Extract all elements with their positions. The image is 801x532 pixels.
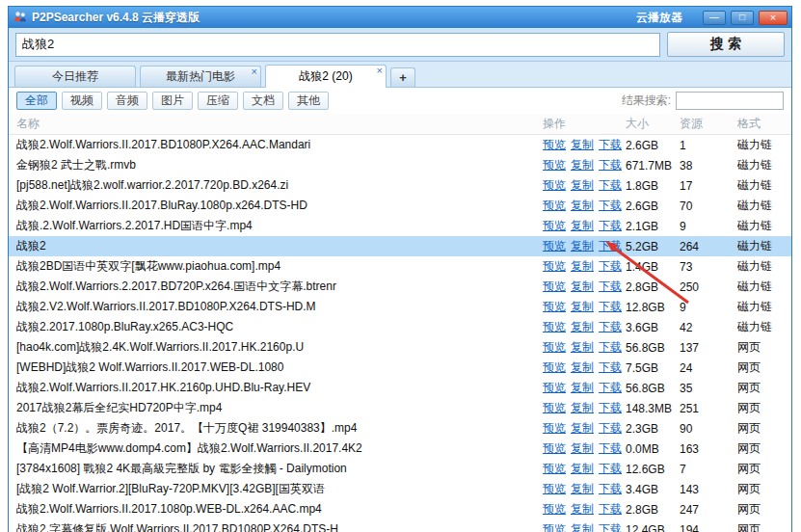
action-copy-link[interactable]: 复制 xyxy=(571,198,594,214)
tab-close-icon[interactable]: × xyxy=(377,66,383,76)
action-download-link[interactable]: 下载 xyxy=(599,440,622,457)
action-download-link[interactable]: 下载 xyxy=(599,400,622,416)
action-download-link[interactable]: 下载 xyxy=(599,238,622,254)
action-preview-link[interactable]: 预览 xyxy=(543,198,566,214)
header-action[interactable]: 操作 xyxy=(543,116,626,132)
filter-2-button[interactable]: 视频 xyxy=(62,92,102,110)
header-name[interactable]: 名称 xyxy=(16,116,543,132)
tab-1[interactable]: 今日推荐 xyxy=(14,66,136,87)
new-tab-button[interactable]: + xyxy=(390,67,415,87)
action-download-link[interactable]: 下载 xyxy=(599,359,622,376)
filter-5-button[interactable]: 压缩 xyxy=(198,92,238,110)
action-preview-link[interactable]: 预览 xyxy=(543,238,566,254)
search-input[interactable] xyxy=(15,33,660,57)
action-preview-link[interactable]: 预览 xyxy=(543,501,566,518)
action-preview-link[interactable]: 预览 xyxy=(543,218,566,234)
table-row[interactable]: 战狼2.2017.1080p.BluRay.x265.AC3-HQC预览复制下载… xyxy=(9,317,791,337)
close-button[interactable]: × xyxy=(759,11,788,25)
action-preview-link[interactable]: 预览 xyxy=(543,279,566,295)
table-row[interactable]: 战狼2.V2.Wolf.Warriors.II.2017.BD1080P.X26… xyxy=(9,297,791,317)
action-download-link[interactable]: 下载 xyxy=(599,339,622,356)
action-download-link[interactable]: 下载 xyxy=(599,521,622,532)
action-preview-link[interactable]: 预览 xyxy=(543,400,566,416)
action-preview-link[interactable]: 预览 xyxy=(543,137,566,153)
action-preview-link[interactable]: 预览 xyxy=(543,157,566,173)
action-copy-link[interactable]: 复制 xyxy=(571,177,594,194)
tab-close-icon[interactable]: × xyxy=(252,66,257,77)
action-copy-link[interactable]: 复制 xyxy=(571,299,594,315)
action-download-link[interactable]: 下载 xyxy=(599,177,622,194)
table-row[interactable]: 战狼2BD国语中英双字[飘花www.piaohua.com].mp4预览复制下载… xyxy=(9,256,791,277)
filter-7-button[interactable]: 其他 xyxy=(288,92,329,110)
minimize-button[interactable]: — xyxy=(703,11,726,25)
action-download-link[interactable]: 下载 xyxy=(599,420,622,437)
action-preview-link[interactable]: 预览 xyxy=(543,177,566,194)
action-download-link[interactable]: 下载 xyxy=(599,157,622,173)
action-copy-link[interactable]: 复制 xyxy=(571,339,594,356)
table-row[interactable]: [hao4k.com]战狼2.4K.Wolf.Warriors.II.2017.… xyxy=(9,337,791,358)
table-row[interactable]: 战狼2.Wolf.Warriors.II.2017.1080p.WEB-DL.x… xyxy=(9,499,791,519)
action-download-link[interactable]: 下载 xyxy=(599,481,622,497)
action-copy-link[interactable]: 复制 xyxy=(571,218,594,234)
action-preview-link[interactable]: 预览 xyxy=(543,461,566,477)
filter-1-button[interactable]: 全部 xyxy=(16,92,57,110)
search-button[interactable]: 搜 索 xyxy=(667,32,785,57)
table-row[interactable]: 战狼2.Wolf.Warriors.II.2017.BluRay.1080p.x… xyxy=(9,196,791,216)
table-row[interactable]: 战狼2（7.2）。票房奇迹。2017。【十万度Q裙 319940383】.mp4… xyxy=(9,418,791,439)
action-copy-link[interactable]: 复制 xyxy=(571,380,594,396)
table-row[interactable]: [3784x1608] 戰狼2 4K最高級完整版 by 電影全接觸 - Dail… xyxy=(9,459,791,479)
action-copy-link[interactable]: 复制 xyxy=(571,521,594,532)
table-row[interactable]: 战狼.2.Wolf.Warriors.2.2017.HD国语中字.mp4预览复制… xyxy=(9,216,791,236)
filter-4-button[interactable]: 图片 xyxy=(152,92,193,110)
action-download-link[interactable]: 下载 xyxy=(599,380,622,396)
action-copy-link[interactable]: 复制 xyxy=(571,238,594,254)
action-copy-link[interactable]: 复制 xyxy=(571,481,594,497)
action-copy-link[interactable]: 复制 xyxy=(571,319,594,335)
action-download-link[interactable]: 下载 xyxy=(599,501,622,518)
action-copy-link[interactable]: 复制 xyxy=(571,157,594,173)
table-row[interactable]: [WEBHD]战狼2 Wolf.Warriors.II.2017.WEB-DL.… xyxy=(9,358,791,378)
table-row[interactable]: [战狼2 Wolf.Warrior.2][BluRay-720P.MKV][3.… xyxy=(9,479,791,499)
tab-2[interactable]: 最新热门电影× xyxy=(140,66,261,87)
action-download-link[interactable]: 下载 xyxy=(599,258,622,275)
table-row[interactable]: 【高清MP4电影www.domp4.com】战狼2.Wolf.Warriors.… xyxy=(9,439,791,459)
table-row[interactable]: 战狼2.Wolf.Warriors.2.2017.BD720P.x264.国语中… xyxy=(9,277,791,297)
action-download-link[interactable]: 下载 xyxy=(599,461,622,477)
action-preview-link[interactable]: 预览 xyxy=(543,359,566,376)
action-copy-link[interactable]: 复制 xyxy=(571,440,594,457)
action-copy-link[interactable]: 复制 xyxy=(571,359,594,376)
filter-3-button[interactable]: 音频 xyxy=(107,92,147,110)
action-preview-link[interactable]: 预览 xyxy=(543,420,566,437)
action-copy-link[interactable]: 复制 xyxy=(571,279,594,295)
action-download-link[interactable]: 下载 xyxy=(599,198,622,214)
action-download-link[interactable]: 下载 xyxy=(599,299,622,315)
action-download-link[interactable]: 下载 xyxy=(599,218,622,234)
action-preview-link[interactable]: 预览 xyxy=(543,481,566,497)
table-row[interactable]: 战狼2.Wolf.Warriors.II.2017.BD1080P.X264.A… xyxy=(9,135,791,155)
action-preview-link[interactable]: 预览 xyxy=(543,319,566,335)
table-row[interactable]: 金钢狼2 武士之戰.rmvb预览复制下载671.7MB38磁力链 xyxy=(9,155,791,175)
action-copy-link[interactable]: 复制 xyxy=(571,420,594,437)
table-row[interactable]: 战狼2预览复制下载5.2GB264磁力链 xyxy=(9,236,791,256)
action-preview-link[interactable]: 预览 xyxy=(543,440,566,457)
action-preview-link[interactable]: 预览 xyxy=(543,339,566,356)
table-row[interactable]: 战狼2.Wolf.Warriors.II.2017.HK.2160p.UHD.B… xyxy=(9,378,791,398)
action-copy-link[interactable]: 复制 xyxy=(571,400,594,416)
action-download-link[interactable]: 下载 xyxy=(599,319,622,335)
action-preview-link[interactable]: 预览 xyxy=(543,258,566,275)
action-download-link[interactable]: 下载 xyxy=(599,279,622,295)
action-copy-link[interactable]: 复制 xyxy=(571,258,594,275)
action-preview-link[interactable]: 预览 xyxy=(543,521,566,532)
header-size[interactable]: 大小 xyxy=(626,116,680,132)
action-copy-link[interactable]: 复制 xyxy=(571,461,594,477)
header-format[interactable]: 格式 xyxy=(737,116,791,132)
table-row[interactable]: 2017战狼2幕后全纪实HD720P中字.mp4预览复制下载148.3MB251… xyxy=(9,398,791,418)
action-copy-link[interactable]: 复制 xyxy=(571,501,594,518)
tab-3[interactable]: 战狼2 (20)× xyxy=(265,65,387,88)
action-preview-link[interactable]: 预览 xyxy=(543,299,566,315)
action-download-link[interactable]: 下载 xyxy=(599,137,622,153)
cloud-player-button[interactable]: 云播放器 xyxy=(636,10,682,26)
action-copy-link[interactable]: 复制 xyxy=(571,137,594,153)
table-row[interactable]: [pj588.net]战狼2.wolf.warrior.2.2017.720p.… xyxy=(9,175,791,196)
action-preview-link[interactable]: 预览 xyxy=(543,380,566,396)
